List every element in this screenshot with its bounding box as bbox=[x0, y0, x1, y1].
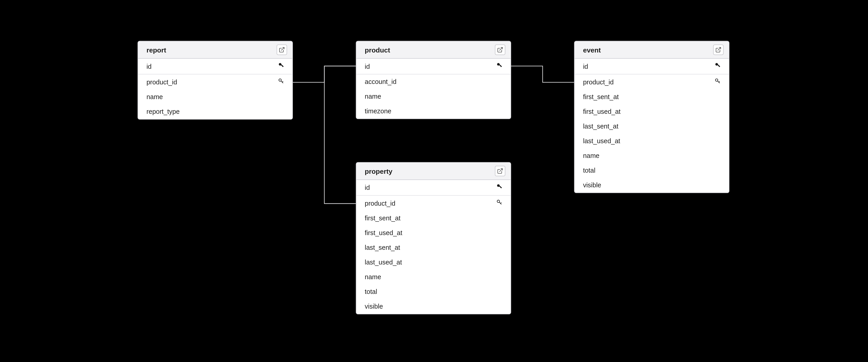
field-row: account_id bbox=[356, 74, 511, 89]
field-row: first_sent_at bbox=[575, 90, 729, 104]
table-property: propertyidproduct_idfirst_sent_atfirst_u… bbox=[356, 162, 511, 314]
field-row: first_used_at bbox=[356, 225, 511, 240]
field-row: id bbox=[575, 59, 729, 74]
field-name: name bbox=[147, 93, 163, 101]
table-title: property bbox=[365, 167, 393, 175]
table-fields: idaccount_idnametimezone bbox=[356, 59, 511, 118]
table-fields: idproduct_idnamereport_type bbox=[138, 59, 292, 119]
primary-key-icon bbox=[496, 62, 503, 70]
field-row: total bbox=[575, 163, 729, 178]
field-row: last_sent_at bbox=[575, 119, 729, 134]
field-name: report_type bbox=[147, 108, 180, 115]
table-title: report bbox=[147, 46, 166, 54]
svg-point-6 bbox=[497, 63, 500, 66]
field-row: last_used_at bbox=[575, 134, 729, 148]
field-row: name bbox=[575, 148, 729, 163]
field-row: product_id bbox=[138, 74, 292, 90]
field-name: account_id bbox=[365, 78, 397, 85]
field-name: total bbox=[583, 167, 595, 174]
svg-line-9 bbox=[718, 48, 721, 51]
field-name: id bbox=[365, 63, 370, 70]
field-name: product_id bbox=[583, 78, 614, 86]
field-row: total bbox=[356, 284, 511, 299]
field-name: last_sent_at bbox=[365, 244, 400, 251]
field-name: first_sent_at bbox=[583, 93, 619, 101]
field-name: last_used_at bbox=[583, 137, 620, 145]
field-row: name bbox=[356, 89, 511, 104]
table-header: property bbox=[356, 163, 511, 180]
table-report: reportidproduct_idnamereport_type bbox=[137, 41, 293, 120]
svg-point-1 bbox=[279, 63, 281, 66]
field-row: first_sent_at bbox=[356, 211, 511, 225]
table-fields: idproduct_idfirst_sent_atfirst_used_atla… bbox=[575, 59, 729, 192]
field-name: last_used_at bbox=[365, 259, 402, 266]
table-header: event bbox=[575, 41, 729, 59]
field-name: product_id bbox=[147, 78, 177, 86]
table-product: productidaccount_idnametimezone bbox=[356, 41, 511, 119]
field-name: name bbox=[583, 152, 599, 159]
relation-connector bbox=[324, 66, 356, 204]
field-name: total bbox=[365, 288, 377, 295]
table-title: event bbox=[583, 46, 601, 54]
external-link-icon[interactable] bbox=[713, 44, 723, 55]
table-header: report bbox=[138, 41, 292, 59]
field-name: first_used_at bbox=[365, 229, 402, 236]
table-header: product bbox=[356, 41, 511, 59]
foreign-key-icon bbox=[496, 199, 503, 208]
foreign-key-icon bbox=[278, 78, 285, 86]
field-name: last_sent_at bbox=[583, 123, 618, 130]
field-name: visible bbox=[365, 303, 383, 310]
diagram-stage: reportidproduct_idnamereport_typeproduct… bbox=[22, 9, 846, 353]
field-row: visible bbox=[575, 178, 729, 192]
field-row: product_id bbox=[356, 196, 511, 211]
field-row: report_type bbox=[138, 104, 292, 119]
table-event: eventidproduct_idfirst_sent_atfirst_used… bbox=[574, 41, 730, 193]
field-row: last_used_at bbox=[356, 255, 511, 270]
field-name: first_used_at bbox=[583, 108, 621, 115]
field-row: first_used_at bbox=[575, 104, 729, 119]
field-row: name bbox=[138, 90, 292, 104]
svg-point-15 bbox=[497, 184, 500, 187]
field-row: id bbox=[356, 59, 511, 74]
field-name: id bbox=[147, 63, 152, 70]
field-row: id bbox=[356, 180, 511, 196]
field-row: product_id bbox=[575, 74, 729, 90]
svg-line-0 bbox=[281, 48, 284, 51]
table-title: product bbox=[365, 46, 390, 54]
field-name: id bbox=[583, 63, 588, 70]
external-link-icon[interactable] bbox=[495, 166, 505, 176]
primary-key-icon bbox=[278, 62, 285, 70]
field-name: name bbox=[365, 93, 381, 100]
field-row: timezone bbox=[356, 104, 511, 119]
svg-line-5 bbox=[500, 48, 502, 51]
primary-key-icon bbox=[714, 62, 721, 70]
field-name: timezone bbox=[365, 108, 392, 115]
relation-connector bbox=[511, 66, 574, 82]
external-link-icon[interactable] bbox=[277, 44, 287, 55]
relation-connector bbox=[293, 66, 356, 82]
table-fields: idproduct_idfirst_sent_atfirst_used_atla… bbox=[356, 180, 511, 314]
field-name: id bbox=[365, 184, 370, 191]
field-row: last_sent_at bbox=[356, 240, 511, 255]
foreign-key-icon bbox=[714, 78, 721, 86]
field-name: name bbox=[365, 273, 381, 280]
svg-line-14 bbox=[500, 169, 502, 172]
field-name: first_sent_at bbox=[365, 214, 401, 222]
field-row: id bbox=[138, 59, 292, 74]
field-name: product_id bbox=[365, 200, 395, 207]
field-row: name bbox=[356, 270, 511, 284]
external-link-icon[interactable] bbox=[495, 44, 505, 55]
field-name: visible bbox=[583, 181, 601, 189]
primary-key-icon bbox=[496, 183, 503, 192]
field-row: visible bbox=[356, 299, 511, 314]
